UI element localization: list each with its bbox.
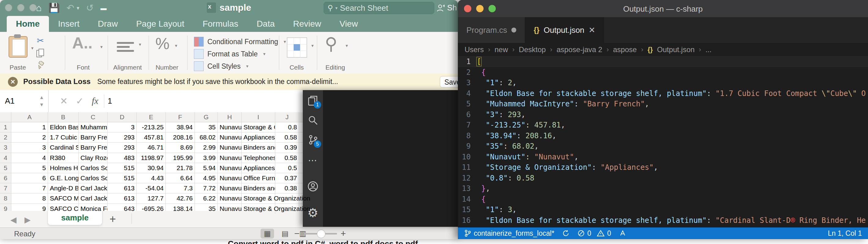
paste-icon[interactable]: [8, 36, 28, 58]
code-line-15[interactable]: 15 "1": 3,: [458, 205, 868, 215]
cell-G5[interactable]: 5.94: [195, 163, 218, 173]
code-editor[interactable]: 1[2 {3 "1": 2,4 "Eldon Base for stackabl…: [458, 56, 868, 227]
cell-H4[interactable]: Nunavut: [218, 153, 242, 163]
files-icon[interactable]: 1: [303, 92, 323, 109]
source-control-icon[interactable]: 5: [303, 131, 323, 148]
column-header-C[interactable]: C: [79, 112, 108, 122]
cells-label[interactable]: Cells: [284, 64, 310, 71]
excel-window-controls[interactable]: [5, 4, 37, 11]
cell-I7[interactable]: Binders and: [242, 183, 275, 193]
cell-H3[interactable]: Nunavut: [218, 142, 242, 152]
save-as-button[interactable]: Save As...: [440, 76, 458, 88]
cell-C8[interactable]: Carl Jackson: [79, 193, 108, 203]
tab-page-layout[interactable]: Page Layout: [127, 16, 193, 32]
minimize-button[interactable]: [17, 4, 25, 11]
cell-B3[interactable]: Cardinal Slan: [48, 142, 79, 152]
cell-A6[interactable]: 6: [11, 173, 48, 183]
cell-B8[interactable]: SAFCO Mobil: [48, 193, 79, 203]
cell-A5[interactable]: 5: [11, 163, 48, 173]
vscode-window-controls[interactable]: [464, 5, 496, 12]
copy-icon[interactable]: [36, 49, 44, 58]
close-button[interactable]: [464, 5, 471, 12]
cell-G6[interactable]: 4.95: [195, 173, 218, 183]
code-line-5[interactable]: 5 "Muhammed MacIntyre": "Barry French",: [458, 99, 868, 109]
cell-B1[interactable]: Eldon Base f: [48, 122, 79, 132]
code-line-9[interactable]: 9 "35": 68.02,: [458, 141, 868, 152]
cell-D7[interactable]: 613: [108, 183, 137, 193]
editing-icon[interactable]: ⚲: [325, 34, 337, 54]
formula-value[interactable]: 1: [108, 96, 112, 106]
cancel-icon[interactable]: ✕: [60, 96, 68, 106]
cell-A1[interactable]: 1: [11, 122, 48, 132]
cell-G2[interactable]: 68.02: [195, 132, 218, 142]
cell-J2[interactable]: 0.58: [275, 132, 299, 142]
cell-J6[interactable]: 0.37: [275, 173, 299, 183]
zoom-in-icon[interactable]: +: [341, 228, 346, 239]
add-sheet-button[interactable]: +: [110, 213, 116, 226]
cells-caret-icon[interactable]: ▾: [311, 43, 314, 49]
cell-A4[interactable]: 4: [11, 153, 48, 163]
cell-D1[interactable]: 3: [108, 122, 137, 132]
sheet-nav-arrows[interactable]: ◀▶: [10, 215, 38, 225]
zoom-slider[interactable]: [303, 233, 337, 235]
cell-J1[interactable]: 0.8: [275, 122, 299, 132]
tab-data[interactable]: Data: [247, 16, 284, 32]
font-caret-icon[interactable]: ▾: [100, 44, 103, 50]
breadcrumb-item[interactable]: new: [495, 45, 508, 54]
alignment-caret-icon[interactable]: ▾: [139, 42, 141, 47]
breadcrumb-item[interactable]: Desktop: [519, 45, 546, 54]
code-line-10[interactable]: 10 "Nunavut": "Nunavut",: [458, 152, 868, 162]
code-line-16[interactable]: 16 "Eldon Base for stackable storage she…: [458, 215, 868, 226]
tab-insert[interactable]: Insert: [49, 16, 89, 32]
editor-tab-program-cs[interactable]: Program.cs: [458, 17, 525, 43]
cell-H1[interactable]: Nunavut: [218, 122, 242, 132]
cell-B2[interactable]: 1.7 Cubic Foc: [48, 132, 79, 142]
cell-J3[interactable]: 0.39: [275, 142, 299, 152]
home-icon[interactable]: ⌂: [36, 2, 41, 13]
cell-H2[interactable]: Nunavut: [218, 132, 242, 142]
cell-B5[interactable]: Holmes HEPA: [48, 163, 79, 173]
cell-A8[interactable]: 8: [11, 193, 48, 203]
undo-icon[interactable]: ↶: [67, 2, 74, 13]
zoom-slider-knob[interactable]: [317, 229, 326, 238]
cell-G4[interactable]: 3.99: [195, 153, 218, 163]
launch-item[interactable]: [619, 229, 626, 237]
cell-C3[interactable]: Barry French: [79, 142, 108, 152]
more-icon[interactable]: ⋯: [303, 152, 323, 169]
cell-J5[interactable]: 0.5: [275, 163, 299, 173]
zoom-button[interactable]: [489, 5, 496, 12]
code-line-4[interactable]: 4 "Eldon Base for stackable storage shel…: [458, 88, 868, 99]
column-header-A[interactable]: A: [11, 112, 48, 122]
cell-C1[interactable]: Muhammed: [79, 122, 108, 132]
code-line-13[interactable]: 13 },: [458, 183, 868, 194]
cell-C4[interactable]: Clay Rozenda: [79, 153, 108, 163]
column-header-J[interactable]: J: [275, 112, 299, 122]
cells-icon[interactable]: [287, 37, 307, 58]
format-painter-icon[interactable]: [36, 61, 45, 70]
column-header-I[interactable]: I: [242, 112, 275, 122]
cell-A3[interactable]: 3: [11, 142, 48, 152]
row-header-7[interactable]: 7: [0, 183, 11, 193]
cell-B7[interactable]: Angle-D Bind: [48, 183, 79, 193]
name-box-spinner[interactable]: ▲▼: [39, 94, 44, 109]
column-header-E[interactable]: E: [137, 112, 166, 122]
cell-E1[interactable]: -213.25: [137, 122, 166, 132]
conditional-formatting-button[interactable]: Conditional Formatting ▾: [194, 37, 286, 47]
row-header-8[interactable]: 8: [0, 193, 11, 203]
cell-I1[interactable]: Storage & Or: [242, 122, 275, 132]
editor-tab-output-json[interactable]: {}Output.json✕: [525, 17, 604, 43]
cell-G7[interactable]: 7.72: [195, 183, 218, 193]
cell-I3[interactable]: Binders and: [242, 142, 275, 152]
cell-H5[interactable]: Nunavut: [218, 163, 242, 173]
cell-C7[interactable]: Carl Jackson: [79, 183, 108, 193]
tab-review[interactable]: Review: [284, 16, 330, 32]
cell-I6[interactable]: Office Furnis: [242, 173, 275, 183]
number-icon[interactable]: %: [155, 34, 169, 53]
code-line-6[interactable]: 6 "3": 293,: [458, 109, 868, 120]
breadcrumb-item[interactable]: Users: [465, 45, 484, 54]
zoom-button[interactable]: [29, 4, 37, 11]
tab-view[interactable]: View: [330, 16, 367, 32]
breadcrumb-item[interactable]: ...: [705, 45, 711, 54]
row-header-5[interactable]: 5: [0, 163, 11, 173]
cell-B4[interactable]: R380: [48, 153, 79, 163]
